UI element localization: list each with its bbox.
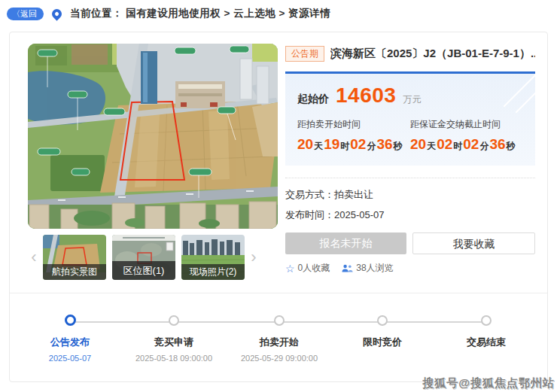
countdown-num: 36 xyxy=(489,136,505,152)
thumbnail-aerial[interactable]: 航拍实景图 xyxy=(43,235,106,280)
countdown-unit: 分 xyxy=(479,141,489,151)
countdown-num: 02 xyxy=(350,136,366,152)
timeline-dot xyxy=(169,315,179,326)
stats-row: ☆ 0人收藏 38人浏览 xyxy=(285,262,535,275)
thumbnail-location-map[interactable]: 区位图(1) xyxy=(112,235,175,280)
timeline-step-announce: 公告发布 2025-05-07 xyxy=(14,315,126,363)
countdown-label: 距拍卖开始时间 xyxy=(297,118,410,131)
resource-detail-page: 〈返回 当前位置： 国有建设用地使用权 > 云上选地 > 资源详情 xyxy=(0,0,557,392)
star-icon: ☆ xyxy=(285,263,295,274)
price-value: 14603 xyxy=(336,85,396,106)
countdown-label: 距保证金交纳截止时间 xyxy=(410,118,523,131)
breadcrumb-path: 国有建设用地使用权 > 云上选地 > 资源详情 xyxy=(126,8,330,19)
timeline-dot xyxy=(481,315,492,326)
thumbnail-caption: 航拍实景图 xyxy=(43,264,106,280)
favorite-button[interactable]: 我要收藏 xyxy=(412,232,535,254)
favorites-stat[interactable]: ☆ 0人收藏 xyxy=(285,262,330,275)
register-not-started-button[interactable]: 报名未开始 xyxy=(285,232,406,254)
countdown-num: 20 xyxy=(410,136,426,152)
listing-details: 公告期 滨海新区〔2025〕J2（JB-01-E-7-9-1）... 起始价 1… xyxy=(285,44,535,293)
publish-date-row: 发布时间：2025-05-07 xyxy=(285,205,535,225)
step-name: 限时竞价 xyxy=(326,336,439,349)
countdown-unit: 秒 xyxy=(393,141,403,151)
countdown-num: 02 xyxy=(463,136,479,152)
timeline-step-apply: 竞买申请 2025-05-18 09:00:00 xyxy=(117,315,230,363)
action-buttons: 报名未开始 我要收藏 xyxy=(285,232,535,254)
photo-gallery: ‹ 航拍实景图 xyxy=(28,44,278,293)
breadcrumb-label: 当前位置： xyxy=(70,8,123,19)
countdown-deposit-deadline: 距保证金交纳截止时间 20天02时02分36秒 xyxy=(410,118,523,153)
price-unit: 万元 xyxy=(403,93,421,106)
timeline-step-auction-start: 拍卖开始 2025-05-29 09:00:00 xyxy=(223,315,336,363)
thumbnail-caption: 区位图(1) xyxy=(112,261,175,280)
info-label: 交易方式： xyxy=(285,189,334,200)
breadcrumb-bar: 〈返回 当前位置： 国有建设用地使用权 > 云上选地 > 资源详情 xyxy=(0,0,557,27)
step-name: 交易结束 xyxy=(430,336,543,349)
breadcrumb: 当前位置： 国有建设用地使用权 > 云上选地 > 资源详情 xyxy=(70,7,330,20)
thumbnail-site-photos[interactable]: 现场照片(2) xyxy=(181,235,245,280)
countdown-unit: 天 xyxy=(426,141,437,151)
countdown-num: 02 xyxy=(437,136,452,152)
status-badge: 公告期 xyxy=(285,46,324,62)
countdown-unit: 分 xyxy=(366,141,376,151)
sohu-watermark: 搜狐号@搜狐焦点鄂州站 xyxy=(422,376,555,390)
countdown-auction-start: 距拍卖开始时间 20天19时02分36秒 xyxy=(297,118,410,153)
timeline-step-limited-bidding: 限时竞价 xyxy=(326,315,439,363)
info-value: 拍卖出让 xyxy=(334,189,373,200)
step-date: 2025-05-07 xyxy=(14,354,126,363)
step-date xyxy=(326,354,439,363)
thumbnail-strip: ‹ 航拍实景图 xyxy=(28,234,278,281)
countdown-unit: 时 xyxy=(452,141,463,151)
timeline-dot-active xyxy=(65,315,76,326)
views-stat: 38人浏览 xyxy=(342,262,393,275)
title-row: 公告期 滨海新区〔2025〕J2（JB-01-E-7-9-1）... xyxy=(285,46,535,62)
price-panel: 起始价 14603 万元 距拍卖开始时间 20天19时02分36秒 距保证金交纳… xyxy=(285,71,535,166)
countdown-num: 20 xyxy=(297,136,313,152)
timeline-step-trade-end: 交易结束 xyxy=(430,315,543,363)
views-count: 38人浏览 xyxy=(356,262,393,275)
back-button[interactable]: 〈返回 xyxy=(7,8,44,20)
step-date: 2025-05-18 09:00:00 xyxy=(117,354,230,363)
detail-card: ‹ 航拍实景图 xyxy=(9,32,548,382)
aerial-main-photo[interactable] xyxy=(28,44,278,229)
info-value: 2025-05-07 xyxy=(334,209,385,220)
countdown-unit: 天 xyxy=(313,141,324,151)
price-label: 起始价 xyxy=(297,93,329,106)
aerial-photo-illustration xyxy=(28,44,278,229)
trade-method-row: 交易方式：拍卖出让 xyxy=(285,184,535,205)
people-icon xyxy=(342,264,353,272)
countdown-value: 20天19时02分36秒 xyxy=(297,136,410,153)
detail-top-section: ‹ 航拍实景图 xyxy=(10,32,547,293)
auction-timeline: 公告发布 2025-05-07 竞买申请 2025-05-18 09:00:00… xyxy=(10,293,547,381)
favorites-count: 0人收藏 xyxy=(298,262,330,275)
gallery-next-button[interactable]: › xyxy=(248,235,260,280)
info-label: 发布时间： xyxy=(285,209,334,220)
countdown-unit: 秒 xyxy=(506,141,516,151)
step-date xyxy=(430,354,543,363)
step-name: 公告发布 xyxy=(14,336,126,349)
countdown-row: 距拍卖开始时间 20天19时02分36秒 距保证金交纳截止时间 20天02时02… xyxy=(297,118,523,153)
listing-title: 滨海新区〔2025〕J2（JB-01-E-7-9-1）... xyxy=(330,47,535,61)
countdown-value: 20天02时02分36秒 xyxy=(410,136,523,153)
dotted-divider xyxy=(285,178,535,178)
step-name: 拍卖开始 xyxy=(223,336,336,349)
step-name: 竞买申请 xyxy=(117,336,230,349)
countdown-num: 36 xyxy=(376,136,392,152)
timeline-dot xyxy=(274,315,285,326)
thumbnail-caption: 现场照片(2) xyxy=(181,264,245,280)
gallery-prev-button[interactable]: ‹ xyxy=(28,235,40,280)
step-date: 2025-05-29 09:00:00 xyxy=(223,354,336,363)
price-row: 起始价 14603 万元 xyxy=(297,85,523,106)
timeline-dot xyxy=(377,315,388,326)
countdown-num: 19 xyxy=(324,136,339,152)
info-rows: 交易方式：拍卖出让 发布时间：2025-05-07 xyxy=(285,184,535,225)
location-pin-icon xyxy=(50,7,63,20)
countdown-unit: 时 xyxy=(339,141,350,151)
